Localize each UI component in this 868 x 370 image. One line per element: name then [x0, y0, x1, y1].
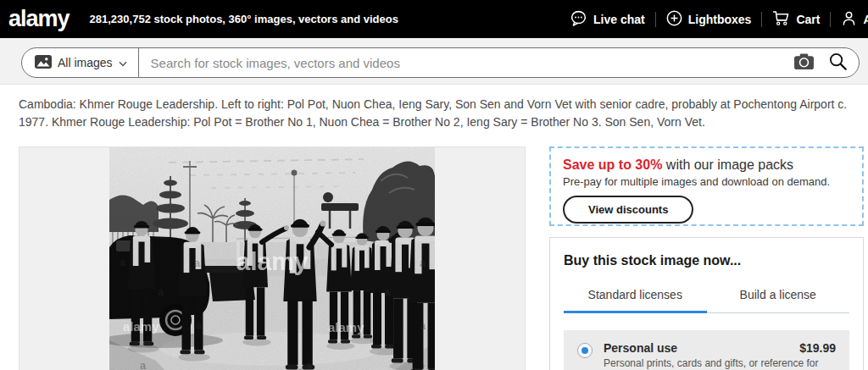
- license-tabs: Standard licenses Build a license: [564, 279, 849, 313]
- svg-text:a: a: [384, 285, 391, 298]
- alamy-watermark-small: alamy: [328, 320, 364, 334]
- cart-button[interactable]: Cart: [762, 10, 830, 29]
- option-description: Personal prints, cards and gifts, or ref…: [604, 356, 836, 370]
- search-submit-button[interactable]: [821, 52, 859, 74]
- cart-icon: [772, 10, 790, 29]
- stock-photo-frame[interactable]: alamy alamy alamy a a a a a a a a a: [19, 146, 526, 370]
- promo-rest: with our image packs: [662, 157, 793, 172]
- personal-use-radio[interactable]: [577, 343, 593, 358]
- option-price: $19.99: [799, 341, 836, 355]
- plus-circle-icon: [666, 10, 682, 29]
- nav-label: Cart: [796, 13, 820, 26]
- tab-standard-licenses[interactable]: Standard licenses: [564, 279, 707, 313]
- search-filter-label: All images: [58, 56, 113, 69]
- search-input[interactable]: [139, 56, 787, 70]
- camera-search-button[interactable]: [787, 52, 821, 73]
- chat-icon: [570, 10, 587, 29]
- search-icon: [828, 52, 848, 74]
- promo-headline: Save up to 30% with our image packs: [563, 157, 850, 173]
- svg-text:a: a: [194, 257, 201, 269]
- camera-icon: [793, 52, 815, 73]
- image-type-icon: [35, 55, 52, 71]
- search-bar-section: All images: [0, 38, 868, 85]
- search-filter-dropdown[interactable]: All images: [22, 48, 138, 77]
- lightboxes-button[interactable]: Lightboxes: [656, 10, 762, 29]
- account-button[interactable]: Account: [831, 10, 868, 29]
- license-option-personal-use[interactable]: Personal use $19.99 Personal prints, car…: [564, 330, 849, 370]
- promo-highlight: Save up to 30%: [563, 157, 662, 172]
- purchase-column: Save up to 30% with our image packs Pre-…: [549, 146, 864, 370]
- alamy-watermark: alamy: [236, 247, 308, 275]
- top-header: alamy 281,230,752 stock photos, 360° ima…: [0, 0, 868, 38]
- view-discounts-button[interactable]: View discounts: [563, 196, 693, 224]
- image-caption: Cambodia: Khmer Rouge Leadership. Left t…: [19, 96, 854, 131]
- radio-dot: [581, 347, 588, 354]
- header-tagline: 281,230,752 stock photos, 360° images, v…: [90, 13, 398, 25]
- option-name: Personal use: [604, 341, 677, 355]
- option-details: Personal use $19.99 Personal prints, car…: [604, 341, 836, 370]
- alamy-logo[interactable]: alamy: [8, 6, 70, 32]
- user-icon: [841, 10, 857, 29]
- promo-subtext: Pre-pay for multiple images and download…: [563, 175, 850, 188]
- svg-text:a: a: [306, 359, 313, 370]
- svg-text:a: a: [420, 257, 426, 269]
- svg-text:a: a: [140, 359, 147, 370]
- purchase-panel: Buy this stock image now... Standard lic…: [549, 237, 864, 370]
- tab-build-a-license[interactable]: Build a license: [707, 279, 850, 313]
- chevron-down-icon: [119, 56, 127, 69]
- stock-photo: alamy alamy alamy a a a a a a a a a: [109, 147, 435, 370]
- main-content: alamy alamy alamy a a a a a a a a a Save…: [0, 146, 868, 370]
- search-bar: All images: [21, 47, 860, 78]
- svg-text:a: a: [158, 285, 164, 298]
- svg-text:a: a: [120, 256, 126, 268]
- purchase-heading: Buy this stock image now...: [564, 253, 849, 268]
- nav-label: Account: [863, 13, 868, 26]
- header-nav: Live chat Lightboxes Cart Account: [559, 0, 868, 38]
- svg-text:a: a: [196, 318, 203, 331]
- promo-box: Save up to 30% with our image packs Pre-…: [549, 146, 864, 226]
- alamy-watermark-small: alamy: [123, 319, 159, 334]
- svg-text:a: a: [420, 319, 426, 332]
- nav-label: Live chat: [593, 13, 645, 26]
- live-chat-button[interactable]: Live chat: [559, 10, 655, 29]
- nav-label: Lightboxes: [688, 13, 752, 26]
